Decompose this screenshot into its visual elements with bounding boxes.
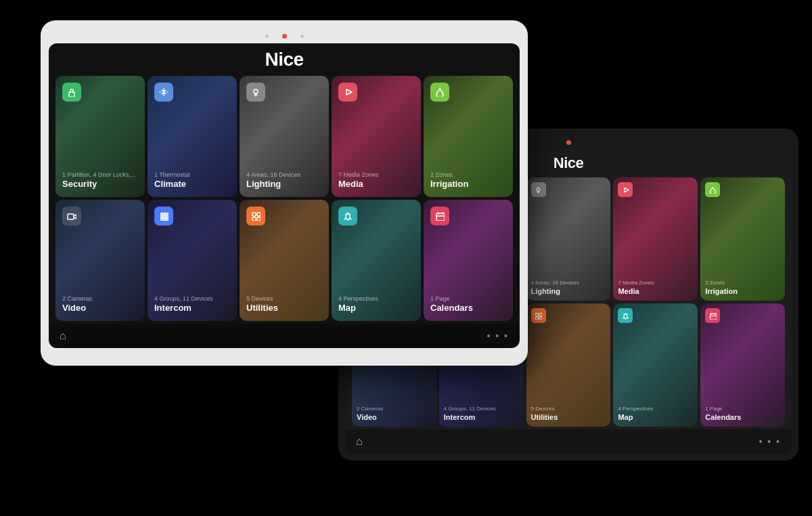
tile-title-lighting: Lighting: [246, 179, 322, 190]
tile-sublabel-calendars: 1 Page: [705, 406, 780, 412]
tile-climate[interactable]: 1 Thermostat Climate: [148, 76, 237, 197]
white-home-icon[interactable]: ⌂: [60, 330, 66, 342]
tile-icon-climate: [154, 83, 173, 102]
tile-sublabel-utilities: 5 Devices: [531, 406, 606, 412]
tile-labels-media: 7 Media Zones Media: [618, 280, 693, 296]
tile-sublabel-lighting: 4 Areas, 16 Devices: [246, 171, 322, 179]
white-bezel-top: [49, 28, 520, 43]
tile-content-lighting: 4 Areas, 16 Devices Lighting: [526, 177, 611, 301]
media-icon: [622, 186, 629, 194]
tile-calendars[interactable]: 1 Page Calendars: [424, 200, 513, 321]
media-icon: [343, 87, 353, 97]
svg-point-4: [161, 213, 163, 215]
lighting-icon: [535, 186, 542, 194]
tile-media[interactable]: 7 Media Zones Media: [332, 76, 421, 197]
tile-sublabel-intercom: 4 Groups, 11 Devices: [444, 406, 519, 412]
tile-sublabel-security: 1 Partition, 4 Door Locks,...: [62, 171, 138, 179]
tile-icon-map: [338, 207, 357, 225]
svg-rect-15: [252, 217, 256, 221]
tile-content-climate: 1 Thermostat Climate: [148, 76, 237, 197]
utilities-icon: [535, 312, 542, 320]
svg-point-10: [161, 219, 163, 221]
tile-title-map: Map: [618, 412, 693, 422]
black-home-icon[interactable]: ⌂: [356, 435, 363, 448]
tile-title-media: Media: [338, 179, 414, 190]
tile-labels-irrigation: 2 Zones Irrigation: [430, 171, 506, 190]
dot-camera: [282, 34, 287, 39]
tile-labels-map: 4 Perspectives Map: [338, 295, 414, 314]
dot-right: [300, 35, 304, 38]
tile-security[interactable]: 1 Partition, 4 Door Locks,... Security: [55, 76, 145, 197]
utilities-icon: [251, 211, 261, 221]
black-more-dots[interactable]: • • •: [759, 436, 781, 447]
tile-media[interactable]: 7 Media Zones Media: [613, 177, 698, 301]
tile-labels-lighting: 4 Areas, 16 Devices Lighting: [246, 171, 322, 190]
irrigation-icon: [709, 186, 717, 194]
white-screen-header: Nice: [49, 43, 520, 73]
tile-content-calendars: 1 Page Calendars: [700, 303, 785, 427]
tile-labels-intercom: 4 Groups, 11 Devices Intercom: [444, 406, 519, 422]
tile-title-calendars: Calendars: [430, 303, 506, 314]
tile-title-irrigation: Irrigation: [430, 179, 506, 190]
tile-labels-media: 7 Media Zones Media: [338, 171, 414, 190]
calendars-icon: [435, 211, 445, 221]
tile-map[interactable]: 4 Perspectives Map: [613, 303, 698, 427]
tile-utilities[interactable]: 5 Devices Utilities: [240, 200, 329, 321]
tile-content-intercom: 4 Groups, 11 Devices Intercom: [148, 200, 237, 321]
tile-title-intercom: Intercom: [154, 303, 230, 314]
tile-title-media: Media: [618, 286, 693, 296]
tile-sublabel-irrigation: 2 Zones: [430, 171, 506, 179]
tile-sublabel-lighting: 4 Areas, 16 Devices: [531, 280, 606, 286]
tile-irrigation[interactable]: 2 Zones Irrigation: [424, 76, 513, 197]
tile-video[interactable]: 2 Cameras Video: [55, 200, 145, 321]
tile-sublabel-calendars: 1 Page: [430, 295, 506, 303]
white-screen-footer: ⌂ • • •: [49, 324, 520, 348]
tile-content-calendars: 1 Page Calendars: [424, 200, 513, 321]
tile-calendars[interactable]: 1 Page Calendars: [700, 303, 785, 427]
tile-icon-irrigation: [430, 83, 449, 102]
svg-rect-16: [257, 217, 261, 221]
tile-labels-utilities: 5 Devices Utilities: [246, 295, 322, 314]
tile-sublabel-utilities: 5 Devices: [246, 295, 322, 303]
tile-intercom[interactable]: 4 Groups, 11 Devices Intercom: [148, 200, 237, 321]
tile-lighting[interactable]: 4 Areas, 16 Devices Lighting: [526, 177, 611, 301]
tile-content-utilities: 5 Devices Utilities: [526, 303, 611, 427]
tile-icon-lighting: [246, 83, 265, 102]
tile-irrigation[interactable]: 2 Zones Irrigation: [700, 177, 785, 301]
white-tiles-grid: 1 Partition, 4 Door Locks,... Security 1…: [49, 73, 520, 324]
calendars-icon: [709, 312, 717, 320]
tile-icon-calendars: [430, 207, 449, 225]
tile-icon-security: [62, 83, 81, 102]
dot-left: [265, 35, 269, 38]
tile-map[interactable]: 4 Perspectives Map: [332, 200, 421, 321]
white-tablet: Nice 1 Partition, 4 Door Locks,... Secur…: [41, 20, 528, 366]
tile-title-utilities: Utilities: [246, 303, 322, 314]
tile-content-irrigation: 2 Zones Irrigation: [424, 76, 513, 197]
svg-rect-13: [252, 213, 256, 216]
security-icon: [67, 87, 76, 97]
tile-labels-utilities: 5 Devices Utilities: [531, 406, 606, 422]
tile-icon-intercom: [154, 207, 173, 225]
black-screen-footer: ⌂ • • •: [345, 429, 792, 454]
tile-labels-intercom: 4 Groups, 11 Devices Intercom: [154, 295, 230, 314]
svg-point-1: [254, 89, 258, 93]
map-icon: [343, 211, 353, 221]
svg-point-7: [161, 216, 163, 218]
svg-rect-33: [536, 317, 539, 320]
svg-point-9: [166, 216, 168, 218]
svg-rect-0: [69, 92, 74, 97]
tile-labels-climate: 1 Thermostat Climate: [154, 171, 230, 190]
irrigation-icon: [435, 87, 445, 97]
tile-utilities[interactable]: 5 Devices Utilities: [526, 303, 611, 427]
tile-labels-lighting: 4 Areas, 16 Devices Lighting: [531, 280, 606, 296]
tile-lighting[interactable]: 4 Areas, 16 Devices Lighting: [240, 76, 329, 197]
tile-sublabel-media: 7 Media Zones: [618, 280, 693, 286]
svg-point-6: [166, 213, 168, 215]
svg-rect-17: [436, 213, 445, 221]
white-more-dots[interactable]: • • •: [487, 330, 509, 341]
svg-rect-14: [257, 213, 261, 216]
tile-content-video: 2 Cameras Video: [55, 200, 145, 321]
tile-labels-video: 2 Cameras Video: [357, 406, 432, 422]
tile-content-media: 7 Media Zones Media: [613, 177, 698, 301]
svg-point-12: [166, 219, 168, 221]
